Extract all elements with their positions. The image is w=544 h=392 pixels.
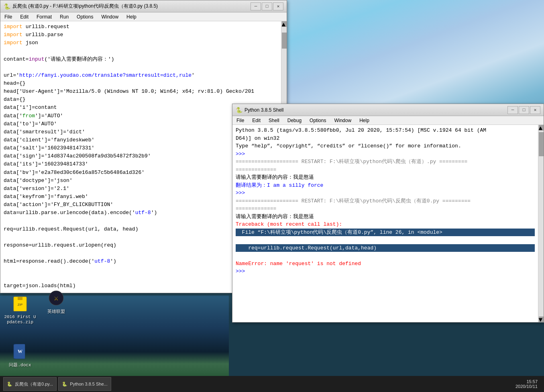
taskbar-shell-label: Python 3.8.5 She...: [70, 382, 108, 386]
shell-menu-debug[interactable]: Debug: [285, 117, 304, 124]
scrollbar-thumb[interactable]: [282, 33, 287, 49]
shell-maximize-button[interactable]: □: [519, 106, 529, 114]
taskbar-idle-label: 反爬虫（有道0.py...: [15, 381, 53, 387]
shell-scrollbar-down[interactable]: ▼: [539, 316, 544, 322]
shell-title-text: Python 3.8.5 Shell: [244, 107, 507, 113]
game-icon-label: 英雄联盟: [47, 309, 65, 314]
idle-menu-edit[interactable]: Edit: [18, 13, 31, 20]
shell-menu-edit[interactable]: Edit: [250, 117, 263, 124]
svg-text:W: W: [18, 349, 22, 354]
svg-text:ZIP: ZIP: [18, 303, 22, 306]
idle-minimize-button[interactable]: ─: [251, 2, 261, 10]
desktop-icon-game[interactable]: ⚔ 英雄联盟: [40, 288, 72, 314]
shell-content-wrapper[interactable]: Python 3.8.5 (tags/v3.8.5:580fbb0, Jul 2…: [232, 125, 544, 322]
zip-icon-label: 2016 First Updates.zip: [4, 314, 36, 325]
svg-text:⚔: ⚔: [54, 294, 59, 302]
shell-close-button[interactable]: ✕: [530, 106, 540, 114]
idle-menu-help[interactable]: Help: [124, 13, 139, 20]
shell-scrollbar-thumb[interactable]: [539, 132, 544, 156]
idle-maximize-button[interactable]: □: [262, 2, 272, 10]
shell-titlebar[interactable]: 🐍 Python 3.8.5 Shell ─ □ ✕: [232, 104, 544, 116]
taskbar-item-idle[interactable]: 🐍 反爬虫（有道0.py...: [3, 377, 57, 391]
idle-title-text: 反爬虫 (有道0.py - F:\科研立项\python代码\反爬虫（有道0.p…: [12, 3, 251, 10]
shell-scrollbar[interactable]: ▲ ▼: [538, 125, 544, 322]
taskbar-item-shell[interactable]: 🐍 Python 3.8.5 She...: [58, 377, 111, 391]
idle-titlebar[interactable]: 🐍 反爬虫 (有道0.py - F:\科研立项\python代码\反爬虫（有道0…: [0, 0, 287, 12]
python-shell-window: 🐍 Python 3.8.5 Shell ─ □ ✕ File Edit She…: [232, 104, 544, 323]
shell-menu-window[interactable]: Window: [332, 117, 354, 124]
idle-menu-format[interactable]: Format: [34, 13, 54, 20]
svg-rect-1: [18, 297, 22, 300]
shell-menu-help[interactable]: Help: [357, 117, 372, 124]
taskbar-idle-icon: 🐍: [7, 382, 12, 387]
shell-menu-shell[interactable]: Shell: [266, 117, 282, 124]
idle-menu-run[interactable]: Run: [57, 13, 71, 20]
idle-menubar: File Edit Format Run Options Window Help: [0, 12, 287, 21]
idle-menu-file[interactable]: File: [2, 13, 14, 20]
shell-title-icon: 🐍: [236, 107, 242, 113]
shell-window-controls[interactable]: ─ □ ✕: [507, 106, 540, 114]
shell-scrollbar-up[interactable]: ▲: [539, 125, 544, 131]
idle-close-button[interactable]: ✕: [273, 2, 283, 10]
docx-icon: W: [10, 342, 30, 361]
desktop-icon-docx[interactable]: W 问题.docx: [4, 342, 36, 368]
taskbar-clock: 15:57 2020/10/11: [512, 379, 541, 389]
desktop-icon-zip[interactable]: ZIP 2016 First Updates.zip: [4, 294, 36, 325]
idle-title-icon: 🐍: [4, 3, 10, 10]
shell-menubar: File Edit Shell Debug Options Window Hel…: [232, 116, 544, 125]
desktop-icons-area: ZIP 2016 First Updates.zip ⚔ 英雄联盟 W 问题.d…: [4, 294, 72, 368]
taskbar-shell-icon: 🐍: [62, 382, 67, 387]
shell-minimize-button[interactable]: ─: [507, 106, 518, 114]
shell-menu-file[interactable]: File: [234, 117, 247, 124]
game-icon: ⚔: [47, 288, 66, 308]
shell-output-area[interactable]: Python 3.8.5 (tags/v3.8.5:580fbb0, Jul 2…: [232, 125, 538, 322]
idle-menu-window[interactable]: Window: [99, 13, 121, 20]
zip-icon: ZIP: [10, 294, 30, 313]
taskbar-time: 15:57: [515, 379, 538, 384]
docx-icon-label: 问题.docx: [9, 363, 31, 368]
idle-window-controls[interactable]: ─ □ ✕: [251, 2, 283, 10]
shell-menu-options[interactable]: Options: [307, 117, 328, 124]
taskbar-date: 2020/10/11: [515, 384, 538, 389]
taskbar: 🐍 反爬虫（有道0.py... 🐍 Python 3.8.5 She... 15…: [0, 376, 544, 392]
idle-menu-options[interactable]: Options: [74, 13, 96, 20]
scrollbar-up-arrow[interactable]: ▲: [282, 21, 287, 27]
